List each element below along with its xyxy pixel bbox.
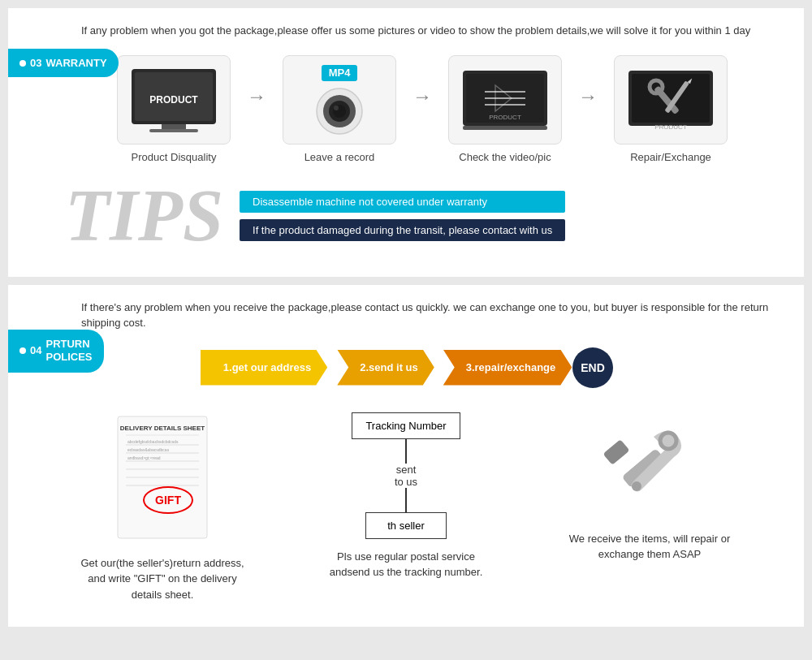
svg-rect-3 [149, 129, 198, 132]
detail2-label: Pls use regular postal service andsend u… [317, 549, 495, 580]
svg-text:andbasd>gt;<read: andbasd>gt;<read [127, 455, 161, 460]
warranty-badge: 03 WARRANTY [8, 49, 119, 77]
step-repair: PRODUCT Repair/Exchange [606, 55, 736, 163]
flow-step-3-label: 3.repair/exchange [466, 361, 556, 373]
svg-point-44 [632, 481, 641, 491]
return-flow: 1.get our address 2.send it us 3.repair/… [32, 347, 780, 388]
warranty-badge-label: WARRANTY [45, 57, 106, 69]
track-sent-text: sent to us [395, 464, 417, 488]
return-badge: 04 PRTURN POLICES [8, 330, 104, 373]
tools-svg [597, 412, 702, 518]
arrow-1: → [247, 85, 266, 108]
delivery-sheet-img: DELIVERY DETAILS SHEET abcdefgksdcbacbsd… [110, 412, 215, 546]
check-video-icon: PRODUCT [456, 61, 554, 138]
track-line-1 [405, 439, 407, 464]
tip2: If the product damaged during the transi… [240, 219, 565, 241]
tracking-number-box: Tracking Number [352, 412, 460, 439]
return-section: If there's any problem when you receive … [8, 285, 804, 628]
seller-label: th seller [387, 520, 425, 532]
warranty-intro: If any problem when you got the package,… [32, 23, 780, 39]
return-intro: If there's any problem when you receive … [32, 300, 780, 331]
step-disquality: PRODUCT Product Disquality [109, 55, 239, 163]
return-detail-2: Tracking Number sent to us th seller Pls… [317, 412, 495, 580]
mp4-record-icon: MP4 [291, 61, 388, 138]
return-detail-3: We receive the items, will repair or exc… [560, 412, 739, 563]
tips-heading: TIPS [65, 179, 223, 252]
return-details: DELIVERY DETAILS SHEET abcdefgksdcbacbsd… [32, 412, 780, 603]
step1-icon-box: PRODUCT [117, 55, 231, 145]
svg-rect-2 [162, 124, 186, 129]
tips-bullets: Disassemble machine not covered under wa… [240, 191, 565, 241]
warranty-section: If any problem when you got the package,… [8, 8, 804, 277]
return-detail-1: DELIVERY DETAILS SHEET abcdefgksdcbacbsd… [73, 412, 252, 603]
step-record: MP4 Leave a record [274, 55, 404, 163]
return-badge-label: PRTURN POLICES [45, 338, 92, 365]
svg-text:PRODUCT: PRODUCT [489, 114, 521, 121]
flow-step-2-label: 2.send it us [360, 361, 418, 373]
tip1: Disassemble machine not covered under wa… [240, 191, 565, 213]
product-disquality-icon: PRODUCT [125, 61, 222, 138]
badge-dot-2 [19, 347, 26, 354]
svg-text:abcdefgksdcbacbsdcbdcsds: abcdefgksdcbacbsdcbdcsds [127, 439, 179, 444]
detail1-label: Get our(the seller's)return address, and… [73, 555, 252, 603]
tools-img [597, 412, 702, 521]
svg-text:DELIVERY DETAILS SHEET: DELIVERY DETAILS SHEET [120, 425, 205, 432]
step3-label: Check the video/pic [459, 151, 551, 163]
flow-step-1: 1.get our address [199, 350, 329, 386]
svg-point-11 [334, 106, 339, 110]
seller-box: th seller [365, 512, 447, 539]
svg-text:PRODUCT: PRODUCT [654, 123, 687, 131]
svg-rect-21 [632, 74, 710, 123]
flow-step-3: 3.repair/exchange [443, 350, 572, 386]
flow-step-1-label: 1.get our address [223, 361, 311, 373]
svg-text:PRODUCT: PRODUCT [149, 94, 198, 106]
step4-label: Repair/Exchange [630, 151, 711, 163]
warranty-steps-row: PRODUCT Product Disquality → MP4 [32, 55, 780, 163]
step2-label: Leave a record [304, 151, 375, 163]
svg-text:GIFT: GIFT [155, 494, 181, 507]
arrow-2: → [412, 85, 432, 108]
step1-label: Product Disquality [132, 151, 217, 163]
svg-text:MP4: MP4 [329, 67, 352, 79]
tracking-number-label: Tracking Number [365, 420, 446, 432]
warranty-badge-number: 03 [30, 57, 41, 69]
flow-end: END [572, 347, 613, 388]
svg-rect-19 [463, 126, 547, 130]
flow-step-2: 2.send it us [321, 350, 451, 386]
delivery-sheet-svg: DELIVERY DETAILS SHEET abcdefgksdcbacbsd… [110, 412, 215, 542]
track-line-2 [405, 488, 407, 512]
tracking-diagram: Tracking Number sent to us th seller [352, 412, 460, 539]
arrow-3: → [578, 85, 598, 108]
svg-text:ecbasdas&sbacsdbcas: ecbasdas&sbacsdbcas [127, 447, 170, 452]
svg-rect-42 [603, 439, 629, 465]
return-badge-number: 04 [30, 344, 41, 358]
repair-exchange-icon: PRODUCT [622, 61, 719, 138]
step4-icon-box: PRODUCT [614, 55, 728, 145]
step3-icon-box: PRODUCT [448, 55, 562, 145]
badge-dot [19, 60, 26, 67]
detail3-label: We receive the items, will repair or exc… [560, 531, 739, 563]
flow-end-label: END [581, 361, 605, 374]
step-check-video: PRODUCT Check the video/pic [440, 55, 570, 163]
step2-icon-box: MP4 [283, 55, 396, 145]
tips-row: TIPS Disassemble machine not covered und… [32, 179, 780, 252]
